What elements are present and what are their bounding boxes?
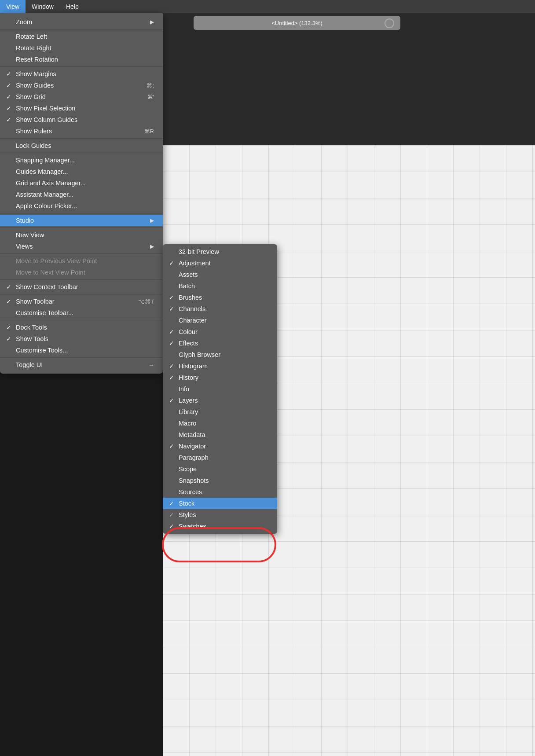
menu-item-customise-toolbar[interactable]: Customise Toolbar... xyxy=(0,307,163,319)
submenu-label-histogram: Histogram xyxy=(179,363,208,370)
menu-label-toggle-ui: Toggle UI xyxy=(16,361,43,368)
menu-item-zoom[interactable]: Zoom ▶ xyxy=(0,16,163,28)
submenu-item-metadata[interactable]: Metadata xyxy=(163,429,277,440)
menu-item-rotate-right[interactable]: Rotate Right xyxy=(0,42,163,54)
submenu-label-swatches: Swatches xyxy=(179,523,206,530)
check-icon-show-guides: ✓ xyxy=(6,82,11,89)
menu-item-grid-axis-manager[interactable]: Grid and Axis Manager... xyxy=(0,177,163,189)
arrow-icon-studio: ▶ xyxy=(150,217,154,224)
menu-item-rotate-left[interactable]: Rotate Left xyxy=(0,31,163,42)
check-icon-swatches: ✓ xyxy=(169,523,174,530)
menu-section-toolbar: ✓ Show Toolbar ⌥⌘T Customise Toolbar... xyxy=(0,294,163,320)
menu-label-reset-rotation: Reset Rotation xyxy=(16,56,58,63)
menu-section-studio: Studio ▶ xyxy=(0,213,163,228)
submenu-label-navigator: Navigator xyxy=(179,443,206,450)
menu-item-show-guides[interactable]: ✓ Show Guides ⌘; xyxy=(0,80,163,91)
submenu-item-32bit-preview[interactable]: 32-bit Preview xyxy=(163,246,277,257)
submenu-label-info: Info xyxy=(179,385,189,393)
menu-item-show-column-guides[interactable]: ✓ Show Column Guides xyxy=(0,114,163,125)
submenu-item-scope[interactable]: Scope xyxy=(163,463,277,475)
menu-item-show-margins[interactable]: ✓ Show Margins xyxy=(0,68,163,80)
menu-label-rotate-left: Rotate Left xyxy=(16,33,47,40)
submenu-item-effects[interactable]: ✓ Effects xyxy=(163,338,277,349)
circle-button[interactable] xyxy=(385,18,394,28)
menu-item-toggle-ui[interactable]: Toggle UI → xyxy=(0,359,163,371)
submenu-item-adjustment[interactable]: ✓ Adjustment xyxy=(163,257,277,269)
submenu-item-macro[interactable]: Macro xyxy=(163,418,277,429)
menu-item-studio[interactable]: Studio ▶ xyxy=(0,215,163,226)
menu-label-rotate-right: Rotate Right xyxy=(16,44,51,51)
check-icon-histogram: ✓ xyxy=(169,363,174,370)
submenu-label-batch: Batch xyxy=(179,283,195,290)
submenu-item-histogram[interactable]: ✓ Histogram xyxy=(163,360,277,372)
menu-label-assistant-manager: Assistant Manager... xyxy=(16,191,73,198)
submenu-label-history: History xyxy=(179,374,198,381)
menu-item-snapping-manager[interactable]: Snapping Manager... xyxy=(0,154,163,166)
menu-bar: View Window Help xyxy=(0,0,535,13)
menu-help[interactable]: Help xyxy=(60,0,85,13)
submenu-item-layers[interactable]: ✓ Layers xyxy=(163,395,277,406)
menu-section-toggle-ui: Toggle UI → xyxy=(0,358,163,372)
submenu-item-colour[interactable]: ✓ Colour xyxy=(163,326,277,338)
menu-label-dock-tools: Dock Tools xyxy=(16,324,47,331)
submenu-item-paragraph[interactable]: Paragraph xyxy=(163,452,277,463)
menu-item-views[interactable]: Views ▶ xyxy=(0,241,163,252)
submenu-label-colour: Colour xyxy=(179,328,198,335)
submenu-item-channels[interactable]: ✓ Channels xyxy=(163,303,277,315)
menu-item-assistant-manager[interactable]: Assistant Manager... xyxy=(0,189,163,200)
menu-label-studio: Studio xyxy=(16,217,34,224)
submenu-item-brushes[interactable]: ✓ Brushes xyxy=(163,292,277,303)
menu-section-views: New View Views ▶ xyxy=(0,228,163,254)
submenu-label-adjustment: Adjustment xyxy=(179,260,211,267)
menu-label-show-grid: Show Grid xyxy=(16,93,46,100)
menu-view[interactable]: View xyxy=(0,0,26,13)
menu-label-apple-colour-picker: Apple Colour Picker... xyxy=(16,202,77,209)
submenu-item-stock[interactable]: ✓ Stock xyxy=(163,498,277,509)
menu-section-show: ✓ Show Margins ✓ Show Guides ⌘; ✓ Show G… xyxy=(0,67,163,139)
check-icon-show-margins: ✓ xyxy=(6,70,11,77)
submenu-item-character[interactable]: Character xyxy=(163,315,277,326)
menu-item-lock-guides[interactable]: Lock Guides xyxy=(0,140,163,151)
menu-item-dock-tools[interactable]: ✓ Dock Tools xyxy=(0,322,163,333)
submenu-item-assets[interactable]: Assets xyxy=(163,269,277,280)
check-icon-brushes: ✓ xyxy=(169,294,174,301)
menu-item-show-tools[interactable]: ✓ Show Tools xyxy=(0,333,163,345)
submenu-item-history[interactable]: ✓ History xyxy=(163,372,277,383)
menu-label-new-view: New View xyxy=(16,231,44,239)
submenu-item-styles[interactable]: ✓ Styles xyxy=(163,509,277,521)
menu-item-show-context-toolbar[interactable]: ✓ Show Context Toolbar xyxy=(0,281,163,293)
menu-item-customise-tools[interactable]: Customise Tools... xyxy=(0,345,163,356)
submenu-item-navigator[interactable]: ✓ Navigator xyxy=(163,440,277,452)
submenu-item-library[interactable]: Library xyxy=(163,406,277,418)
submenu-label-layers: Layers xyxy=(179,397,198,404)
menu-section-zoom: Zoom ▶ xyxy=(0,15,163,29)
menu-label-guides-manager: Guides Manager... xyxy=(16,168,68,175)
menu-window[interactable]: Window xyxy=(26,0,60,13)
menu-item-show-rulers[interactable]: Show Rulers ⌘R xyxy=(0,125,163,137)
menu-item-prev-viewpoint[interactable]: Move to Previous View Point xyxy=(0,255,163,267)
menu-item-show-pixel-selection[interactable]: ✓ Show Pixel Selection xyxy=(0,103,163,114)
menu-label-show-pixel-selection: Show Pixel Selection xyxy=(16,105,75,112)
menu-item-guides-manager[interactable]: Guides Manager... xyxy=(0,166,163,177)
menu-item-apple-colour-picker[interactable]: Apple Colour Picker... xyxy=(0,200,163,212)
menu-item-reset-rotation[interactable]: Reset Rotation xyxy=(0,54,163,65)
menu-item-next-viewpoint[interactable]: Move to Next View Point xyxy=(0,267,163,278)
document-title-bar: <Untitled> (132.3%) xyxy=(194,16,400,30)
menu-item-show-toolbar[interactable]: ✓ Show Toolbar ⌥⌘T xyxy=(0,296,163,307)
submenu-item-info[interactable]: Info xyxy=(163,383,277,395)
submenu-item-swatches[interactable]: ✓ Swatches xyxy=(163,521,277,532)
shortcut-show-grid: ⌘' xyxy=(147,94,154,100)
menu-item-new-view[interactable]: New View xyxy=(0,229,163,241)
submenu-item-snapshots[interactable]: Snapshots xyxy=(163,475,277,486)
document-dark-header xyxy=(163,13,535,145)
menu-item-show-grid[interactable]: ✓ Show Grid ⌘' xyxy=(0,91,163,103)
submenu-label-stock: Stock xyxy=(179,500,194,507)
submenu-label-macro: Macro xyxy=(179,420,196,427)
submenu-item-sources[interactable]: Sources xyxy=(163,486,277,498)
check-icon-layers: ✓ xyxy=(169,397,174,404)
submenu-label-32bit-preview: 32-bit Preview xyxy=(179,248,219,255)
menu-label-show-toolbar: Show Toolbar xyxy=(16,298,55,305)
submenu-item-batch[interactable]: Batch xyxy=(163,280,277,292)
submenu-item-glyph-browser[interactable]: Glyph Browser xyxy=(163,349,277,360)
menu-label-snapping-manager: Snapping Manager... xyxy=(16,157,75,164)
